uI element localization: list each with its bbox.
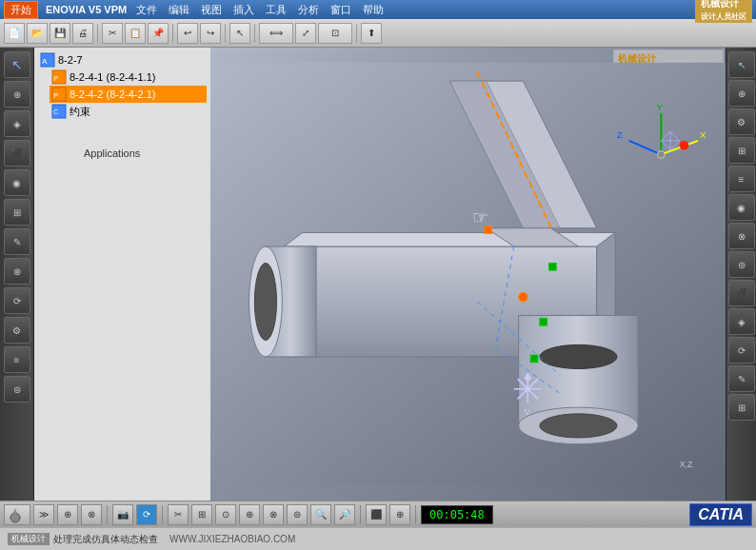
tool-btn-9[interactable]: ⚙ bbox=[4, 317, 30, 344]
bt-btn-15[interactable]: ⊕ bbox=[389, 504, 410, 525]
tool-btn-7[interactable]: ⊗ bbox=[4, 258, 30, 285]
svg-rect-39 bbox=[485, 226, 492, 234]
copy-button[interactable]: 📋 bbox=[125, 23, 146, 44]
viewport-scene: X Y Z bbox=[210, 48, 726, 501]
fit-button[interactable]: ⊡ bbox=[318, 23, 352, 44]
bt-btn-9[interactable]: ⊙ bbox=[215, 504, 236, 525]
watermark-bottom: 机械设计 bbox=[8, 533, 50, 545]
svg-point-18 bbox=[254, 263, 276, 340]
tree-item1-icon: P bbox=[51, 69, 67, 85]
zoom-button[interactable]: ⤢ bbox=[295, 23, 316, 44]
right-btn-9[interactable]: ⬛ bbox=[728, 280, 755, 306]
print-button[interactable]: 🖨 bbox=[72, 23, 93, 44]
sep2 bbox=[172, 24, 173, 43]
right-btn-6[interactable]: ◉ bbox=[728, 194, 755, 221]
menu-insert[interactable]: 插入 bbox=[231, 3, 256, 17]
svg-point-23 bbox=[540, 344, 617, 368]
svg-text:P: P bbox=[53, 91, 58, 100]
upload-button[interactable]: ⬆ bbox=[361, 23, 382, 44]
tree-root-icon: A bbox=[40, 52, 55, 68]
app-title: ENOVIA V5 VPM bbox=[46, 4, 127, 15]
bt-btn-7[interactable]: ✂ bbox=[168, 504, 189, 525]
bt-btn-zoom-out[interactable]: 🔎 bbox=[334, 504, 355, 525]
tool-btn-1[interactable]: ⊕ bbox=[4, 81, 30, 108]
bt-btn-8[interactable]: ⊞ bbox=[191, 504, 212, 525]
right-btn-4[interactable]: ⊞ bbox=[728, 137, 755, 164]
right-btn-7[interactable]: ⊗ bbox=[728, 223, 755, 249]
open-button[interactable]: 📂 bbox=[27, 23, 48, 44]
svg-text:P: P bbox=[53, 74, 58, 83]
left-toolbar: ↖ ⊕ ◈ ⬛ ◉ ⊞ ✎ ⊗ ⟳ ⚙ ≡ ⊜ bbox=[0, 48, 34, 501]
tree-constraint-label: 约束 bbox=[70, 105, 90, 119]
sep3 bbox=[225, 24, 226, 43]
bt-btn-12[interactable]: ⊜ bbox=[287, 504, 308, 525]
right-btn-5[interactable]: ≡ bbox=[728, 166, 755, 192]
svg-text:☞: ☞ bbox=[472, 207, 488, 227]
bt-btn-11[interactable]: ⊗ bbox=[263, 504, 284, 525]
bt-btn-1[interactable] bbox=[4, 504, 30, 525]
menu-analysis[interactable]: 分析 bbox=[296, 3, 321, 17]
bt-btn-2[interactable]: ≫ bbox=[33, 504, 54, 525]
start-button[interactable]: 开始 bbox=[4, 1, 38, 19]
svg-text:A: A bbox=[42, 57, 48, 66]
menu-file[interactable]: 文件 bbox=[134, 3, 159, 17]
tree-item-1[interactable]: P 8-2-4-1 (8-2-4-1.1) bbox=[50, 69, 207, 86]
3d-viewport[interactable]: 机械设计 WWW.JIXIEZHAOBIAO.COM bbox=[210, 48, 726, 501]
menu-help[interactable]: 帮助 bbox=[361, 3, 386, 17]
bt-btn-zoom-in[interactable]: 🔍 bbox=[310, 504, 331, 525]
menu-tools[interactable]: 工具 bbox=[264, 3, 288, 17]
tool-btn-4[interactable]: ◉ bbox=[4, 169, 30, 196]
tool-btn-6[interactable]: ✎ bbox=[4, 228, 30, 255]
sep1 bbox=[97, 24, 98, 43]
undo-button[interactable]: ↩ bbox=[177, 23, 198, 44]
time-display: 00:05:48 bbox=[421, 505, 493, 524]
titlebar: 开始 ENOVIA V5 VPM 文件 编辑 视图 插入 工具 分析 窗口 帮助… bbox=[0, 0, 756, 19]
bt-btn-14[interactable]: ⬛ bbox=[366, 504, 387, 525]
bt-sep4 bbox=[415, 505, 416, 524]
bt-btn-10[interactable]: ⊕ bbox=[239, 504, 260, 525]
right-btn-10[interactable]: ◈ bbox=[728, 308, 755, 335]
right-toolbar: ↖ ⊕ ⚙ ⊞ ≡ ◉ ⊗ ⊜ ⬛ ◈ ⟳ ✎ ⊞ bbox=[726, 48, 756, 501]
svg-text:Y: Y bbox=[657, 102, 664, 112]
right-btn-13[interactable]: ⊞ bbox=[728, 394, 755, 421]
right-btn-11[interactable]: ⟳ bbox=[728, 337, 755, 363]
menu-bar: 文件 编辑 视图 插入 工具 分析 窗口 帮助 bbox=[134, 3, 386, 17]
menu-window[interactable]: 窗口 bbox=[328, 3, 353, 17]
tree-root[interactable]: A 8-2-7 bbox=[38, 51, 207, 69]
tree-item-2[interactable]: P 8-2-4-2 (8-2-4-2.1) bbox=[50, 86, 207, 103]
bt-btn-6[interactable]: ⟳ bbox=[136, 504, 157, 525]
bt-btn-5[interactable]: 📷 bbox=[112, 504, 133, 525]
select-tool[interactable]: ↖ bbox=[4, 51, 30, 78]
menu-edit[interactable]: 编辑 bbox=[167, 3, 191, 17]
tool-btn-10[interactable]: ≡ bbox=[4, 346, 30, 373]
tool-btn-2[interactable]: ◈ bbox=[4, 110, 30, 137]
svg-text:X: X bbox=[700, 129, 706, 140]
right-btn-3[interactable]: ⚙ bbox=[728, 108, 755, 135]
main-toolbar: 📄 📂 💾 🖨 ✂ 📋 📌 ↩ ↪ ↖ ⟺ ⤢ ⊡ ⬆ bbox=[0, 19, 756, 48]
tree-item2-label: 8-2-4-2 (8-2-4-2.1) bbox=[70, 88, 155, 100]
tool-btn-11[interactable]: ⊜ bbox=[4, 376, 30, 403]
svg-rect-42 bbox=[530, 355, 538, 363]
bt-btn-3[interactable]: ⊕ bbox=[57, 504, 78, 525]
tool-btn-8[interactable]: ⟳ bbox=[4, 287, 30, 314]
tree-item-constraint[interactable]: C 约束 bbox=[50, 103, 207, 120]
right-btn-8[interactable]: ⊜ bbox=[728, 251, 755, 278]
save-button[interactable]: 💾 bbox=[50, 23, 70, 44]
menu-view[interactable]: 视图 bbox=[199, 3, 224, 17]
pan-button[interactable]: ⟺ bbox=[259, 23, 293, 44]
right-btn-1[interactable]: ↖ bbox=[728, 51, 755, 78]
right-btn-12[interactable]: ✎ bbox=[728, 365, 755, 392]
paste-button[interactable]: 📌 bbox=[148, 23, 169, 44]
bt-btn-4[interactable]: ⊗ bbox=[81, 504, 102, 525]
right-btn-2[interactable]: ⊕ bbox=[728, 80, 755, 107]
tool-btn-3[interactable]: ⬛ bbox=[4, 140, 30, 167]
redo-button[interactable]: ↪ bbox=[200, 23, 221, 44]
svg-marker-53 bbox=[13, 508, 17, 514]
tree-item1-label: 8-2-4-1 (8-2-4-1.1) bbox=[70, 71, 155, 83]
status-text: 处理完成仿真体动态检查 bbox=[53, 533, 158, 546]
cursor-button[interactable]: ↖ bbox=[229, 23, 250, 44]
tool-btn-5[interactable]: ⊞ bbox=[4, 199, 30, 226]
new-button[interactable]: 📄 bbox=[4, 23, 25, 44]
svg-point-22 bbox=[540, 414, 617, 438]
cut-button[interactable]: ✂ bbox=[102, 23, 123, 44]
